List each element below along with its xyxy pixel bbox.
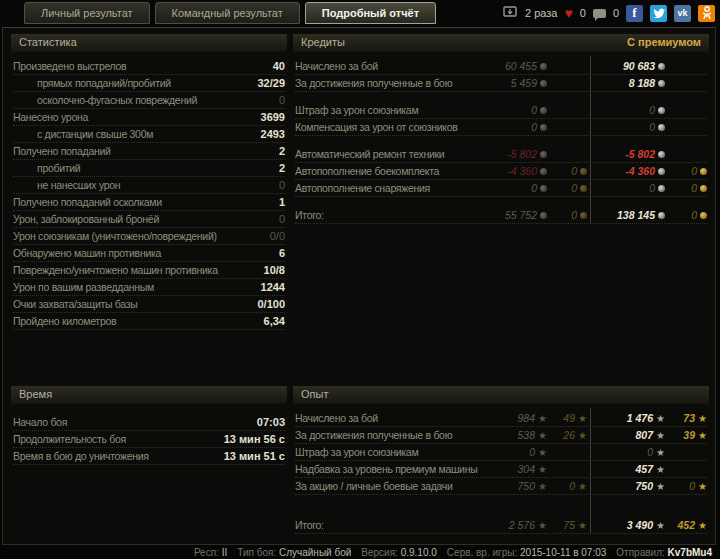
experience-title: Опыт <box>301 386 328 403</box>
column-divider <box>590 408 591 534</box>
xp-star-icon: ★ <box>538 464 547 475</box>
experience-header: Опыт <box>293 386 709 404</box>
footer-version: Версия: 0.9.10.0 <box>361 547 437 558</box>
credits-header: Кредиты С премиумом <box>293 34 709 52</box>
experience-rows: Начислено за бой984★49★1 476★73★ За дост… <box>293 410 709 534</box>
stat-row: Повреждено/уничтожено машин противника10… <box>13 262 285 279</box>
xp-star-icon: ★ <box>656 464 665 475</box>
xp-star-icon: ★ <box>656 447 665 458</box>
xp-row: Надбавка за уровень премиум машины304★45… <box>295 461 707 478</box>
silver-coin-icon <box>658 80 665 87</box>
xp-star-icon: ★ <box>538 481 547 492</box>
xp-star-icon: ★ <box>538 413 547 424</box>
statistics-header: Статистика <box>11 34 287 52</box>
time-panel: Время Начало боя07:03 Продолжительность … <box>11 386 287 465</box>
time-rows: Начало боя07:03 Продолжительность боя13 … <box>11 414 287 465</box>
stat-row: Урон союзникам (уничтожено/повреждений)0… <box>13 228 285 245</box>
footer-sender: Отправил: Kv7bMu4 <box>616 547 712 558</box>
gold-coin-icon <box>580 168 587 175</box>
gold-coin-icon <box>700 168 707 175</box>
like-heart-icon[interactable]: ♥ <box>564 6 572 20</box>
time-row: Начало боя07:03 <box>13 414 285 431</box>
xp-star-icon: ★ <box>656 481 665 492</box>
credits-rows: Начислено за бой60 45590 683 За достижен… <box>293 58 709 224</box>
xp-row: За акцию / личные боевые задачи750★0★750… <box>295 478 707 495</box>
twitter-share-icon[interactable] <box>650 5 667 22</box>
odnoklassniki-share-icon[interactable] <box>698 5 715 22</box>
statistics-rows: Произведено выстрелов40 прямых попаданий… <box>11 58 287 330</box>
credit-row: Штраф за урон союзникам00 <box>295 102 707 119</box>
credit-row: Компенсация за урон от союзников00 <box>295 119 707 136</box>
tab-team-result[interactable]: Командный результат <box>155 2 300 24</box>
time-title: Время <box>19 386 52 403</box>
free-xp-star-icon: ★ <box>698 430 707 441</box>
silver-coin-icon <box>540 212 547 219</box>
silver-coin-icon <box>540 80 547 87</box>
result-tabs: Личный результат Командный результат Под… <box>24 2 436 24</box>
xp-star-icon: ★ <box>538 430 547 441</box>
experience-panel: Опыт Начислено за бой984★49★1 476★73★ За… <box>293 386 709 534</box>
time-row: Продолжительность боя13 мин 56 с <box>13 431 285 448</box>
experience-total-row: Итого:2 576★75★3 490★452★ <box>295 517 707 534</box>
comments-icon[interactable] <box>593 9 606 18</box>
silver-coin-icon <box>540 63 547 70</box>
tab-detailed-report[interactable]: Подробный отчёт <box>305 2 436 24</box>
free-xp-star-icon: ★ <box>698 481 707 492</box>
stat-row: Обнаружено машин противника6 <box>13 245 285 262</box>
footer-spawn: Респ: II <box>194 547 227 558</box>
topbar-actions: 2 раза ♥ 0 0 f vk <box>503 4 715 22</box>
stat-row: Получено попаданий осколками1 <box>13 194 285 211</box>
footer-battle-type: Тип боя: Случайный бой <box>237 547 351 558</box>
silver-coin-icon <box>540 107 547 114</box>
gold-coin-icon <box>580 185 587 192</box>
stat-row: Произведено выстрелов40 <box>13 58 285 75</box>
silver-coin-icon <box>658 212 665 219</box>
silver-coin-icon <box>658 107 665 114</box>
footer-server-time: Серв. вр. игры: 2015-10-11 в 07:03 <box>447 547 607 558</box>
column-divider <box>590 56 591 224</box>
free-xp-star-icon: ★ <box>698 520 707 531</box>
silver-coin-icon <box>658 124 665 131</box>
xp-star-icon: ★ <box>538 447 547 458</box>
footer-bar: Респ: II Тип боя: Случайный бой Версия: … <box>0 546 720 559</box>
free-xp-star-icon: ★ <box>698 413 707 424</box>
gold-coin-icon <box>580 212 587 219</box>
xp-star-icon: ★ <box>656 413 665 424</box>
vk-share-icon[interactable]: vk <box>674 5 691 22</box>
facebook-share-icon[interactable]: f <box>626 5 643 22</box>
with-premium-label: С премиумом <box>627 34 701 51</box>
credit-row: Автопополнение боекомплекта-4 3600-4 360… <box>295 163 707 180</box>
statistics-title: Статистика <box>19 34 77 51</box>
silver-coin-icon <box>540 151 547 158</box>
credit-row: Автоматический ремонт техники-5 802-5 80… <box>295 146 707 163</box>
xp-star-icon: ★ <box>656 520 665 531</box>
credits-title: Кредиты <box>301 34 345 51</box>
time-header: Время <box>11 386 287 404</box>
stat-row: осколочно-фугасных повреждений0 <box>13 92 285 109</box>
silver-coin-icon <box>658 185 665 192</box>
xp-row: Начислено за бой984★49★1 476★73★ <box>295 410 707 427</box>
battle-result-window: Личный результат Командный результат Под… <box>0 0 720 559</box>
downloads-count: 2 раза <box>525 7 557 19</box>
credit-row: Начислено за бой60 45590 683 <box>295 58 707 75</box>
stat-row: Очки захвата/защиты базы0/100 <box>13 296 285 313</box>
comments-count: 0 <box>613 7 619 19</box>
stat-row: не нанесших урон0 <box>13 177 285 194</box>
likes-count: 0 <box>580 7 586 19</box>
free-xp-star-icon: ★ <box>578 413 587 424</box>
silver-coin-icon <box>658 168 665 175</box>
downloads-icon[interactable] <box>503 4 518 22</box>
credits-panel: Кредиты С премиумом Начислено за бой60 4… <box>293 34 709 224</box>
free-xp-star-icon: ★ <box>578 430 587 441</box>
stat-row: Урон, заблокированный бронёй0 <box>13 211 285 228</box>
xp-row: За достижения полученные в бою538★26★807… <box>295 427 707 444</box>
silver-coin-icon <box>540 168 547 175</box>
stat-row: Нанесено урона3699 <box>13 109 285 126</box>
gold-coin-icon <box>700 212 707 219</box>
stat-row: Урон по вашим разведданным1244 <box>13 279 285 296</box>
stat-row: прямых попаданий/пробитий32/29 <box>13 75 285 92</box>
tab-personal-result[interactable]: Личный результат <box>24 2 150 24</box>
stat-row: Получено попаданий2 <box>13 143 285 160</box>
report-frame: Статистика Произведено выстрелов40 прямы… <box>2 27 716 545</box>
stat-row: пробитий2 <box>13 160 285 177</box>
